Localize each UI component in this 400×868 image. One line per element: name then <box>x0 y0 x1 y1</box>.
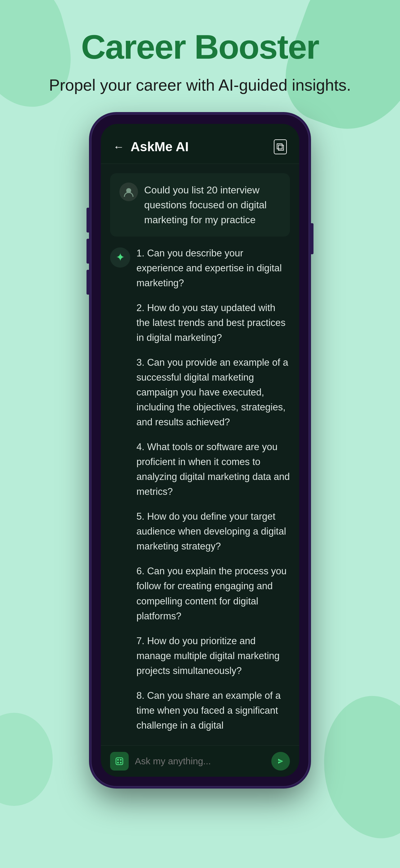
question-item-4: 4. What tools or software are you profic… <box>136 440 290 499</box>
svg-rect-3 <box>120 759 122 761</box>
ai-message: 1. Can you describe your experience and … <box>110 246 290 733</box>
app-header-left: ← AskMe AI <box>113 140 189 154</box>
ai-response-content: 1. Can you describe your experience and … <box>136 246 290 733</box>
chat-area: Could you list 20 interview questions fo… <box>101 164 299 745</box>
question-item-5: 5. How do you define your target audienc… <box>136 509 290 554</box>
question-item-7: 7. How do you prioritize and manage mult… <box>136 633 290 678</box>
user-message: Could you list 20 interview questions fo… <box>110 173 290 237</box>
app-header: ← AskMe AI ⧉ <box>101 124 299 164</box>
user-message-text: Could you list 20 interview questions fo… <box>144 183 280 227</box>
question-item-3: 3. Can you provide an example of a succe… <box>136 355 290 430</box>
sparkle-icon <box>114 251 127 264</box>
svg-rect-4 <box>117 762 119 764</box>
svg-rect-5 <box>120 762 122 764</box>
svg-rect-1 <box>116 758 123 765</box>
phone-mockup-container: ← AskMe AI ⧉ Could you list 20 interview… <box>0 115 400 786</box>
bottom-input-bar <box>101 745 299 777</box>
svg-rect-2 <box>117 759 119 761</box>
ai-avatar-inner <box>110 247 130 268</box>
chat-input[interactable] <box>135 756 265 767</box>
phone-screen: ← AskMe AI ⧉ Could you list 20 interview… <box>101 124 299 777</box>
page-title: Career Booster <box>25 28 375 65</box>
header-section: Career Booster Propel your career with A… <box>0 0 400 115</box>
phone-device: ← AskMe AI ⧉ Could you list 20 interview… <box>92 115 308 786</box>
back-button[interactable]: ← <box>113 140 124 153</box>
question-item-8: 8. Can you share an example of a time wh… <box>136 688 290 733</box>
ai-avatar <box>110 247 130 268</box>
question-item-1: 1. Can you describe your experience and … <box>136 246 290 290</box>
question-item-2: 2. How do you stay updated with the late… <box>136 301 290 345</box>
external-link-icon[interactable]: ⧉ <box>274 140 287 154</box>
question-item-6: 6. Can you explain the process you follo… <box>136 564 290 623</box>
user-avatar <box>120 183 138 201</box>
attachment-icon[interactable] <box>110 752 129 771</box>
send-button[interactable] <box>271 752 290 771</box>
page-subtitle: Propel your career with AI-guided insigh… <box>25 75 375 96</box>
app-title: AskMe AI <box>131 140 189 154</box>
